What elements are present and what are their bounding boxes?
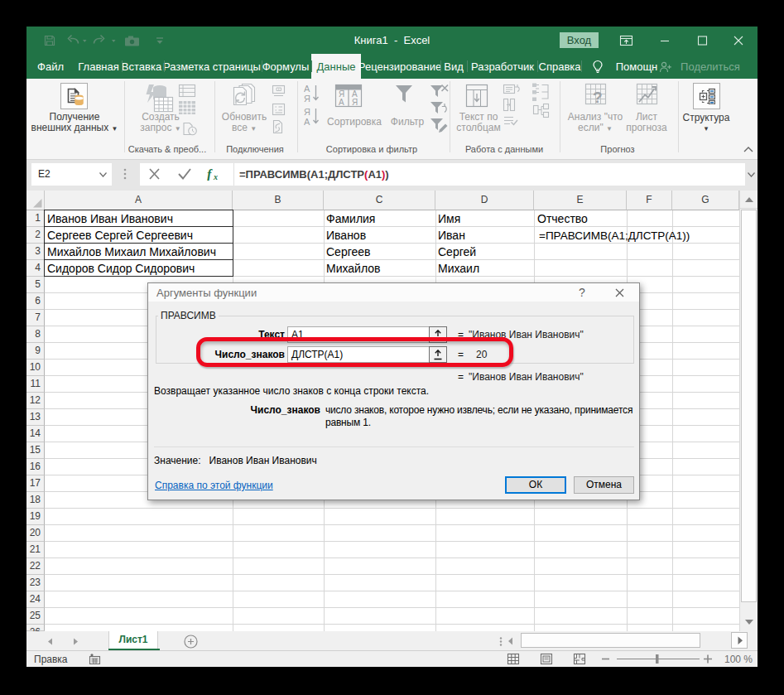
svg-text:f: f	[207, 168, 213, 181]
svg-text:А: А	[304, 84, 310, 94]
svg-text:Я: Я	[352, 98, 358, 107]
svg-text:Я: Я	[304, 107, 310, 117]
svg-text:А: А	[304, 117, 310, 127]
svg-text:Я: Я	[304, 94, 310, 104]
svg-text:?: ?	[593, 89, 603, 106]
svg-text:x: x	[213, 172, 218, 181]
svg-text:А: А	[339, 98, 344, 107]
